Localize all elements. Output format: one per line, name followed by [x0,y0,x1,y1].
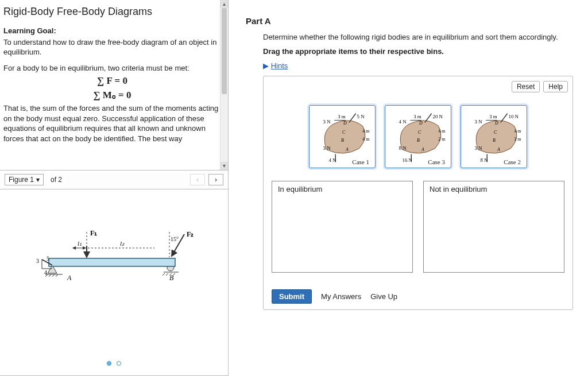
svg-text:4 N: 4 N [328,157,336,163]
svg-text:3 m: 3 m [514,137,521,142]
learning-goal-label: Learning Goal: [3,26,221,36]
figure-label: Figure 1 [9,176,34,184]
svg-text:B: B [341,138,344,143]
case-label: Case 2 [504,158,521,165]
figure-next-button[interactable]: › [208,174,223,185]
right-panel: Part A Determine whether the following r… [229,0,588,376]
svg-text:3 m: 3 m [413,114,421,119]
hints-label: Hints [271,61,288,70]
svg-text:C: C [342,130,346,135]
submit-button[interactable]: Submit [272,289,312,304]
beam-d5: 5 [47,255,49,262]
beam-l2-label: l₂ [120,240,125,247]
scroll-thumb[interactable] [222,8,227,94]
beam-d3: 3 [36,258,39,264]
svg-text:2 m: 2 m [438,137,445,142]
svg-text:3 N: 3 N [323,119,331,125]
reset-button[interactable]: Reset [512,81,540,92]
work-area: Reset Help 3 m 3 N 5 N D C4 m B4 m 3 N [263,76,573,310]
case-label: Case 1 [352,158,369,165]
beam-A-label: A [67,274,72,282]
hints-toggle[interactable]: ▶ Hints [263,61,582,70]
svg-text:3 m: 3 m [338,114,346,119]
draggable-case-1[interactable]: 3 m 3 N 5 N D C4 m B4 m 3 N A 4 N Case 1 [309,105,376,168]
svg-text:20 N: 20 N [433,114,443,119]
bin-label-neq: Not in equilibrium [430,185,487,193]
svg-text:B: B [417,138,420,143]
svg-text:10 N: 10 N [509,114,519,119]
svg-text:16 N: 16 N [402,157,412,163]
figure-toolbar: Figure 1 ▾ of 2 ‹ › [0,170,228,189]
explanation-text: That is, the sum of the forces and the s… [3,103,221,144]
svg-text:4 m: 4 m [438,129,445,134]
figure-dot-2[interactable] [117,361,121,366]
bin-in-equilibrium[interactable]: In equilibrium [272,181,413,273]
svg-text:8 N: 8 N [399,145,407,151]
bin-not-in-equilibrium[interactable]: Not in equilibrium [423,181,564,273]
beam-angle-label: 15° [171,236,179,242]
draggable-items-row: 3 m 3 N 5 N D C4 m B4 m 3 N A 4 N Case 1 [264,105,572,168]
svg-text:C: C [494,130,497,135]
svg-text:3 m: 3 m [489,114,497,119]
beam-l1-label: l₁ [78,240,82,247]
give-up-link[interactable]: Give Up [370,292,397,301]
svg-line-15 [49,274,51,277]
learning-goal-text: To understand how to draw the free-body … [3,37,221,57]
draggable-case-2[interactable]: 3 m 3 N 10 N D C4 m B3 m 3 N A 8 N Case … [461,105,527,168]
triangle-right-icon: ▶ [263,61,269,70]
figure-area: F₁ F₂ 15° l₁ l₂ 3 4 5 A B [0,189,228,375]
left-content: Rigid-Body Free-Body Diagrams Learning G… [0,0,228,170]
chevron-left-icon: ‹ [196,176,199,184]
svg-text:4 m: 4 m [362,129,369,134]
scroll-up-icon[interactable]: ▴ [220,0,228,8]
figure-selector[interactable]: Figure 1 ▾ [5,174,44,185]
scroll-down-icon[interactable]: ▾ [220,162,228,170]
svg-text:4 m: 4 m [514,129,521,134]
equation-sum-m: ∑ Mₒ = 0 [3,89,221,101]
chevron-down-icon: ▾ [36,176,40,184]
chevron-right-icon: › [215,176,217,184]
svg-rect-3 [49,258,175,266]
left-scrollbar[interactable]: ▴ ▾ [220,0,228,170]
question-prompt: Determine whether the following rigid bo… [263,33,582,41]
svg-text:4 m: 4 m [362,137,369,142]
my-answers-link[interactable]: My Answers [321,292,361,301]
case-label: Case 3 [428,158,445,165]
bin-label-eq: In equilibrium [278,185,322,193]
svg-text:D: D [494,121,498,126]
svg-line-18 [163,273,165,276]
svg-text:A: A [497,147,500,152]
action-row: Submit My Answers Give Up [272,289,397,304]
drag-instruction: Drag the appropriate items to their resp… [263,47,582,56]
equation-sum-f: ∑ F = 0 [3,75,221,87]
svg-line-16 [52,274,55,277]
criteria-intro: For a body to be in equilibrium, two cri… [3,63,221,73]
figure-count: of 2 [47,175,65,185]
svg-text:5 N: 5 N [357,114,365,119]
svg-text:B: B [493,138,496,143]
svg-text:A: A [421,147,424,152]
svg-text:4 N: 4 N [399,119,407,125]
svg-line-19 [166,273,168,276]
svg-text:8 N: 8 N [480,157,488,163]
drop-bins: In equilibrium Not in equilibrium [272,181,564,273]
svg-text:3 N: 3 N [475,145,483,151]
svg-text:A: A [345,147,349,152]
svg-text:C: C [418,130,421,135]
help-button[interactable]: Help [543,81,568,92]
svg-line-17 [56,274,58,277]
svg-text:3 N: 3 N [475,119,483,125]
svg-text:D: D [419,121,423,126]
svg-text:3 N: 3 N [323,145,331,151]
figure-pager [0,359,228,367]
part-title: Part A [246,16,582,26]
beam-F1-label: F₁ [90,229,97,237]
figure-dot-1[interactable] [107,361,111,366]
left-panel: Rigid-Body Free-Body Diagrams Learning G… [0,0,229,376]
beam-F2-label: F₂ [187,230,194,238]
draggable-case-3[interactable]: 3 m 4 N 20 N D C4 m B2 m 8 N A 16 N Case… [385,105,451,168]
svg-text:D: D [343,121,347,126]
page-title: Rigid-Body Free-Body Diagrams [3,6,221,18]
figure-prev-button[interactable]: ‹ [190,174,205,185]
beam-diagram: F₁ F₂ 15° l₁ l₂ 3 4 5 A B [22,212,206,293]
